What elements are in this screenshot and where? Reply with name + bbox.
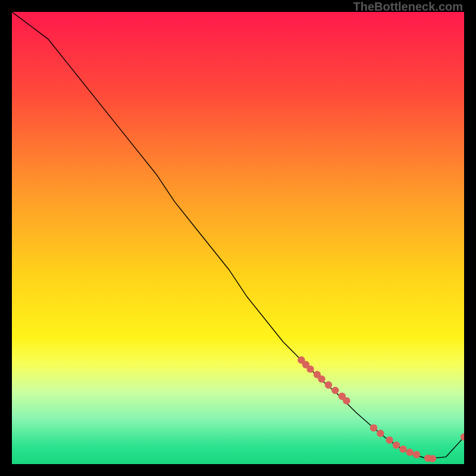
chart-svg [12, 12, 464, 464]
marker-point [331, 387, 339, 394]
gradient-background [12, 12, 464, 464]
marker-point [406, 449, 414, 456]
marker-point [393, 441, 400, 449]
marker-point [413, 451, 420, 458]
marker-point [318, 375, 325, 383]
watermark-text: TheBottleneck.com [353, 0, 463, 14]
marker-point [399, 446, 406, 453]
marker-point [377, 430, 384, 437]
marker-point [429, 455, 436, 462]
marker-point [343, 397, 350, 404]
marker-point [370, 424, 377, 431]
marker-point [386, 437, 393, 444]
chart-container: TheBottleneck.com [0, 0, 476, 476]
marker-point [325, 381, 332, 389]
marker-point [306, 365, 314, 372]
plot-area [12, 12, 464, 464]
